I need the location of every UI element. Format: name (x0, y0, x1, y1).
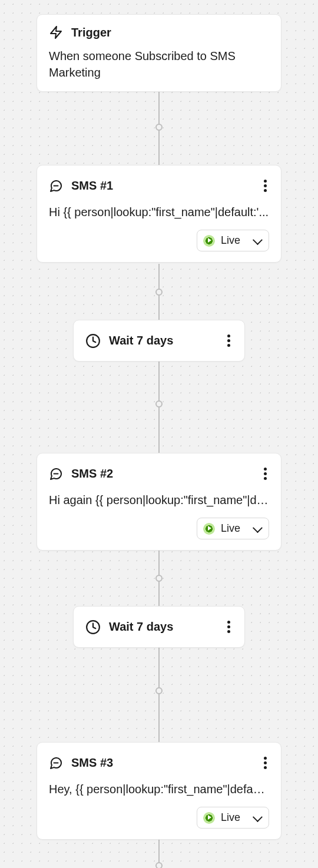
sms-title: SMS #3 (71, 756, 113, 770)
sms-card-2[interactable]: SMS #2 Hi again {{ person|lookup:"first_… (37, 453, 281, 551)
card-menu-button[interactable] (261, 464, 269, 483)
sms-icon (49, 179, 63, 193)
sms-preview: Hi {{ person|lookup:"first_name"|default… (49, 204, 269, 220)
chevron-down-icon (253, 523, 263, 533)
status-dropdown[interactable]: Live (197, 807, 269, 829)
status-dropdown[interactable]: Live (197, 230, 269, 251)
sms-preview: Hi again {{ person|lookup:"first_name"|d… (49, 492, 269, 508)
trigger-title: Trigger (71, 26, 111, 39)
wait-card-1[interactable]: Wait 7 days (73, 320, 245, 362)
sms-title: SMS #1 (71, 179, 113, 193)
svg-marker-0 (51, 26, 61, 38)
status-label: Live (221, 811, 240, 824)
live-status-icon (203, 812, 215, 824)
status-label: Live (221, 234, 240, 247)
trigger-description: When someone Subscribed to SMS Marketing (49, 48, 269, 81)
chevron-down-icon (253, 235, 263, 245)
status-label: Live (221, 522, 240, 535)
connector-node[interactable] (155, 400, 163, 408)
wait-label: Wait 7 days (109, 334, 173, 347)
live-status-icon (203, 523, 215, 535)
connector-node[interactable] (155, 289, 163, 296)
sms-card-1[interactable]: SMS #1 Hi {{ person|lookup:"first_name"|… (37, 165, 281, 263)
status-dropdown[interactable]: Live (197, 518, 269, 539)
flow-canvas[interactable]: Trigger When someone Subscribed to SMS M… (0, 0, 318, 868)
live-status-icon (203, 235, 215, 247)
sms-title: SMS #2 (71, 467, 113, 481)
wait-card-2[interactable]: Wait 7 days (73, 606, 245, 648)
bolt-icon (49, 25, 63, 39)
clock-icon (85, 333, 101, 349)
sms-card-3[interactable]: SMS #3 Hey, {{ person|lookup:"first_name… (37, 742, 281, 840)
card-menu-button[interactable] (261, 753, 269, 773)
card-menu-button[interactable] (225, 331, 233, 350)
sms-preview: Hey, {{ person|lookup:"first_name"|defau… (49, 781, 269, 797)
sms-icon (49, 756, 63, 770)
sms-icon (49, 467, 63, 481)
connector-node[interactable] (155, 862, 163, 868)
connector-node[interactable] (155, 575, 163, 582)
card-menu-button[interactable] (225, 617, 233, 637)
clock-icon (85, 619, 101, 635)
card-menu-button[interactable] (261, 176, 269, 196)
connector-line (158, 647, 160, 742)
trigger-card[interactable]: Trigger When someone Subscribed to SMS M… (37, 14, 281, 92)
connector-node[interactable] (155, 687, 163, 694)
chevron-down-icon (253, 812, 263, 822)
connector-node[interactable] (155, 124, 163, 131)
wait-label: Wait 7 days (109, 620, 173, 634)
